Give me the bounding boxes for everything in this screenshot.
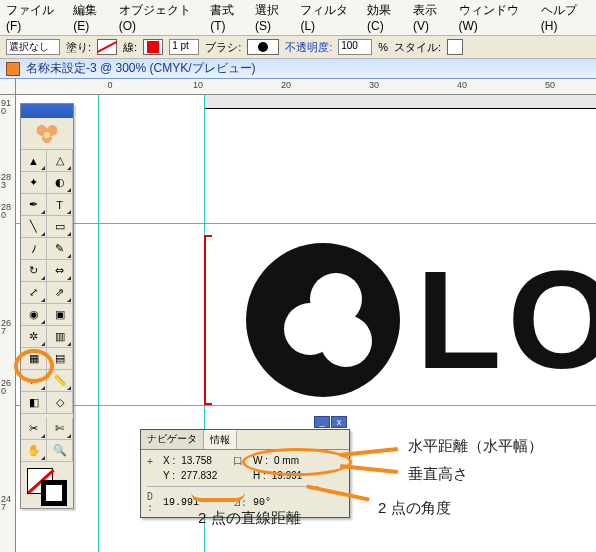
stroke-weight-input[interactable]: 1 pt	[169, 39, 199, 55]
workspace: 0 10 20 30 40 50 91 0 28 3 28 0 26 7 26 …	[0, 79, 596, 552]
hand-tool[interactable]: ✋	[21, 440, 47, 462]
menu-effect[interactable]: 効果(C)	[367, 2, 405, 33]
info-y-value: 277.832	[181, 470, 217, 481]
document-title: 名称未設定-3 @ 300% (CMYK/プレビュー)	[26, 60, 256, 77]
zoom-tool[interactable]: 🔍	[47, 440, 73, 462]
selection-tool[interactable]: ▲	[21, 150, 47, 172]
info-x-value: 13.758	[181, 455, 212, 466]
selection-bracket	[204, 235, 212, 405]
d-icon: D :	[147, 491, 163, 513]
ruler-v-tick: 28 3	[1, 173, 15, 189]
ruler-h-tick: 50	[545, 80, 555, 90]
warp-tool[interactable]: ◉	[21, 304, 47, 326]
opacity-input[interactable]: 100	[338, 39, 372, 55]
ruler-h-tick: 40	[457, 80, 467, 90]
stroke-swatch-large[interactable]	[41, 480, 67, 506]
graph-tool[interactable]: ▥	[47, 326, 73, 348]
menu-help[interactable]: ヘルプ(H)	[541, 2, 590, 33]
toolbox-logo	[21, 118, 73, 150]
eyedropper-tool[interactable]: ⟋	[21, 370, 47, 392]
panel-close-button[interactable]: x	[331, 416, 347, 428]
info-panel[interactable]: _ x ナビゲータ 情報 + X : 13.758 口 W : 0 mm Y :…	[140, 429, 350, 518]
pencil-tool[interactable]: ✎	[47, 238, 73, 260]
logo-mark[interactable]	[246, 243, 400, 397]
info-w-row: W : 0 mm	[253, 455, 319, 467]
lasso-tool[interactable]: ◐	[47, 172, 73, 194]
shear-tool[interactable]: ⇗	[47, 282, 73, 304]
stroke-label: 線:	[123, 40, 137, 55]
rectangle-tool[interactable]: ▭	[47, 216, 73, 238]
annotation-label-angle: 2 点の角度	[378, 499, 451, 518]
guide-horizontal[interactable]	[16, 405, 596, 406]
fill-stroke-control[interactable]	[21, 462, 73, 508]
reflect-tool[interactable]: ⇔	[47, 260, 73, 282]
paintbrush-tool[interactable]: ﾉ	[21, 238, 47, 260]
menu-window[interactable]: ウィンドウ(W)	[459, 2, 533, 33]
info-w-value: 0 mm	[274, 455, 299, 466]
ruler-h-tick: 0	[107, 80, 112, 90]
wh-icon: 口	[233, 454, 253, 468]
ruler-v-tick: 26 0	[1, 379, 15, 395]
slice-tool[interactable]: ✂	[21, 418, 47, 440]
info-h-value: 19.991	[272, 470, 303, 481]
panel-tab-navigator[interactable]: ナビゲータ	[141, 430, 204, 449]
panel-minimize-button[interactable]: _	[314, 416, 330, 428]
ruler-v-tick: 26 7	[1, 319, 15, 335]
logo-text[interactable]: LO	[416, 245, 596, 395]
mesh-tool[interactable]: ▦	[21, 348, 47, 370]
guide-horizontal[interactable]	[16, 223, 596, 224]
ruler-h-tick: 20	[281, 80, 291, 90]
document-icon	[6, 62, 20, 76]
brush-label: ブラシ:	[205, 40, 241, 55]
type-tool[interactable]: T	[47, 194, 73, 216]
ruler-horizontal[interactable]: 0 10 20 30 40 50	[16, 79, 596, 95]
pen-tool[interactable]: ✒	[21, 194, 47, 216]
document-titlebar: 名称未設定-3 @ 300% (CMYK/プレビュー)	[0, 59, 596, 79]
fill-label: 塗り:	[66, 40, 91, 55]
info-x-row: X : 13.758	[163, 455, 233, 467]
menu-filter[interactable]: フィルタ(L)	[300, 2, 359, 33]
annotation-label-length: 2 点の直線距離	[198, 509, 301, 528]
scale-tool[interactable]: ⤢	[21, 282, 47, 304]
direct-selection-tool[interactable]: △	[47, 150, 73, 172]
ruler-v-tick: 28 0	[1, 203, 15, 219]
style-swatch[interactable]	[447, 39, 463, 55]
guide-vertical[interactable]	[98, 95, 99, 552]
info-angle-value: 90°	[253, 497, 319, 508]
menu-object[interactable]: オブジェクト(O)	[119, 2, 203, 33]
menu-file[interactable]: ファイル(F)	[6, 2, 65, 33]
rotate-tool[interactable]: ↻	[21, 260, 47, 282]
control-bar: 選択なし 塗り: 線: 1 pt ブラシ: 不透明度: 100 % スタイル:	[0, 35, 596, 59]
menu-select[interactable]: 選択(S)	[255, 2, 292, 33]
symbol-sprayer-tool[interactable]: ✲	[21, 326, 47, 348]
menu-format[interactable]: 書式(T)	[210, 2, 247, 33]
selection-dropdown[interactable]: 選択なし	[6, 39, 60, 55]
ruler-v-tick: 24 7	[1, 495, 15, 511]
menu-edit[interactable]: 編集(E)	[73, 2, 110, 33]
brush-swatch[interactable]	[247, 39, 279, 55]
ruler-vertical[interactable]: 91 0 28 3 28 0 26 7 26 0 24 7	[0, 95, 16, 552]
ruler-v-tick: 91 0	[1, 99, 15, 115]
panel-tab-info[interactable]: 情報	[204, 430, 237, 449]
blend-tool[interactable]: ◧	[21, 392, 47, 414]
info-y-row: Y : 277.832	[163, 470, 233, 482]
auto-trace-tool[interactable]: ◇	[47, 392, 73, 414]
annotation-underline-d	[191, 492, 245, 502]
menu-view[interactable]: 表示(V)	[413, 2, 450, 33]
free-transform-tool[interactable]: ▣	[47, 304, 73, 326]
ruler-h-tick: 10	[193, 80, 203, 90]
toolbox-titlebar[interactable]	[21, 104, 73, 118]
annotation-label-vdist: 垂直高さ	[408, 465, 468, 484]
toolbox-panel[interactable]: ▲ △ ✦ ◐ ✒ T ╲ ▭ ﾉ ✎ ↻ ⇔ ⤢ ⇗ ◉ ▣ ✲ ▥ ▦ ▤ …	[20, 103, 74, 509]
stroke-swatch[interactable]	[143, 39, 163, 55]
magic-wand-tool[interactable]: ✦	[21, 172, 47, 194]
fill-swatch[interactable]	[97, 39, 117, 55]
ruler-origin[interactable]	[0, 79, 16, 95]
line-tool[interactable]: ╲	[21, 216, 47, 238]
opacity-label: 不透明度:	[285, 40, 332, 55]
measure-tool[interactable]: 📏	[47, 370, 73, 392]
annotation-label-hdist: 水平距離（水平幅）	[408, 437, 543, 456]
ruler-h-tick: 30	[369, 80, 379, 90]
gradient-tool[interactable]: ▤	[47, 348, 73, 370]
scissors-tool[interactable]: ✄	[47, 418, 73, 440]
